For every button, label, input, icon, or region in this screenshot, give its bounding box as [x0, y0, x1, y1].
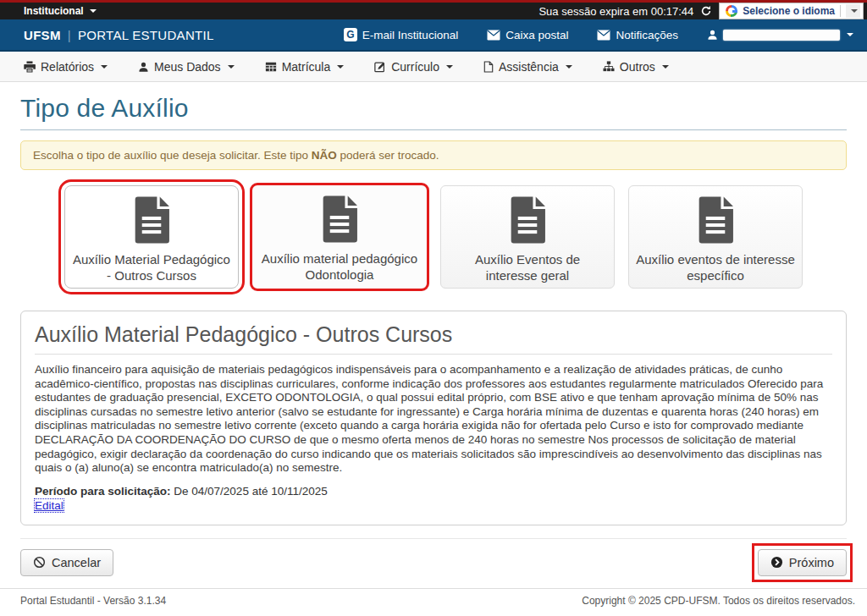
language-selector[interactable]: Selecione o idioma — [719, 3, 864, 19]
period-label: Período para solicitação: — [35, 485, 171, 498]
institutional-menu-label: Institucional — [24, 5, 84, 17]
sitemap-icon — [603, 61, 615, 72]
next-button[interactable]: Próximo — [758, 549, 847, 576]
card-auxilio-material-outros-cursos[interactable]: Auxílio Material Pedagógico - Outros Cur… — [64, 185, 239, 289]
session-expiry-text: Sua sessão expira em 00:17:44 — [538, 5, 693, 18]
brand-separator: | — [68, 28, 71, 42]
document-icon — [318, 195, 362, 244]
cancel-button[interactable]: Cancelar — [20, 549, 113, 576]
nav-relatorios-label: Relatórios — [41, 60, 94, 74]
nav-meus-dados-label: Meus Dados — [154, 60, 221, 74]
period-value: De 04/07/2025 até 10/11/2025 — [171, 485, 328, 498]
nav-assistencia-label: Assistência — [499, 60, 559, 74]
period-line: Período para solicitação: De 04/07/2025 … — [35, 485, 832, 498]
nav-meus-dados[interactable]: Meus Dados — [138, 60, 235, 74]
notifications-link[interactable]: Notificações — [597, 29, 678, 41]
main-content: Tipo de Auxílio Escolha o tipo de auxíli… — [0, 82, 867, 576]
file-icon — [483, 61, 494, 73]
google-logo-icon — [726, 5, 737, 17]
printer-icon — [24, 61, 36, 73]
page-footer: Portal Estudantil - Versão 3.1.34 Copyri… — [0, 588, 867, 616]
email-institutional-link[interactable]: G E-mail Institucional — [344, 28, 458, 41]
card-auxilio-material-odontologia[interactable]: Auxílio material pedagógico Odontologia — [252, 185, 427, 289]
divider — [840, 5, 841, 17]
document-icon — [505, 195, 549, 245]
chevron-down-icon — [90, 9, 97, 13]
table-icon — [265, 61, 277, 73]
aid-detail-title: Auxílio Material Pedagógico - Outros Cur… — [35, 322, 832, 347]
session-refresh-icon[interactable] — [700, 5, 712, 17]
mailbox-label: Caixa postal — [505, 29, 568, 41]
chevron-down-icon — [228, 65, 235, 69]
document-icon — [130, 195, 174, 245]
email-institutional-label: E-mail Institucional — [362, 29, 458, 41]
nav-matricula[interactable]: Matrícula — [265, 60, 345, 74]
red-highlight-box: Próximo — [758, 549, 847, 576]
top-utility-bar: Institucional Sua sessão expira em 00:17… — [0, 3, 867, 19]
brand: UFSM | PORTAL ESTUDANTIL — [24, 28, 214, 42]
card-label: Auxílio material pedagógico Odontologia — [252, 251, 427, 283]
red-highlight-box: Auxílio Material Pedagógico - Outros Cur… — [64, 185, 239, 289]
chevron-down-icon — [566, 65, 572, 69]
edital-link[interactable]: Edital — [35, 499, 64, 512]
page-title: Tipo de Auxílio — [20, 94, 847, 123]
red-highlight-box: Auxílio material pedagógico Odontologia — [252, 185, 427, 289]
cancel-button-label: Cancelar — [52, 556, 101, 569]
user-menu[interactable] — [707, 29, 853, 41]
alert-text-bold: NÃO — [312, 149, 337, 162]
user-name-redacted — [723, 30, 840, 41]
envelope-icon — [597, 30, 610, 41]
nav-matricula-label: Matrícula — [282, 60, 331, 74]
user-icon — [707, 29, 718, 41]
alert-warning: Escolha o tipo de auxílio que deseja sol… — [20, 140, 847, 170]
title-divider — [20, 129, 847, 130]
aid-description: Auxílio financeiro para aquisição de mat… — [35, 363, 832, 476]
notifications-label: Notificações — [616, 29, 678, 41]
nav-curriculo-label: Currículo — [391, 60, 439, 74]
edit-icon — [374, 61, 386, 73]
topbar-right: Sua sessão expira em 00:17:44 Selecione … — [538, 3, 864, 19]
chevron-down-icon — [446, 65, 453, 69]
portal-page: Institucional Sua sessão expira em 00:17… — [0, 0, 867, 616]
card-auxilio-eventos-geral[interactable]: Auxílio Eventos de interesse geral — [440, 185, 615, 289]
card-wrap: Auxílio Eventos de interesse geral — [440, 185, 615, 289]
alert-text-post: poderá ser trocado. — [337, 149, 439, 162]
session-expiry-label: Sua sessão expira em — [538, 5, 648, 18]
chevron-down-icon — [847, 33, 853, 36]
card-label: Auxílio eventos de interesse específico — [629, 252, 802, 284]
detail-divider — [35, 354, 832, 355]
aid-detail-panel: Auxílio Material Pedagógico - Outros Cur… — [20, 311, 847, 525]
nav-relatorios[interactable]: Relatórios — [24, 60, 108, 74]
next-button-label: Próximo — [789, 556, 834, 569]
brand-portal-name: PORTAL ESTUDANTIL — [78, 28, 214, 42]
ban-icon — [33, 556, 46, 569]
nav-outros[interactable]: Outros — [603, 60, 669, 74]
mailbox-link[interactable]: Caixa postal — [487, 29, 568, 41]
brand-ufsm: UFSM — [24, 28, 61, 42]
language-caret-box — [846, 4, 860, 18]
aid-type-cards: Auxílio Material Pedagógico - Outros Cur… — [20, 185, 847, 289]
card-label: Auxílio Eventos de interesse geral — [441, 252, 614, 284]
arrow-circle-right-icon — [770, 556, 783, 569]
alert-text-pre: Escolha o tipo de auxílio que deseja sol… — [33, 149, 312, 162]
language-selector-label: Selecione o idioma — [743, 5, 835, 17]
footer-copyright-text: Copyright © 2025 CPD-UFSM. Todos os dire… — [582, 595, 855, 607]
chevron-down-icon — [101, 65, 108, 69]
nav-outros-label: Outros — [620, 60, 655, 74]
nav-curriculo[interactable]: Currículo — [374, 60, 453, 74]
user-icon — [138, 61, 149, 73]
chevron-down-icon — [337, 65, 344, 69]
nav-assistencia[interactable]: Assistência — [483, 60, 572, 74]
institutional-menu[interactable]: Institucional — [24, 5, 97, 17]
header-links: G E-mail Institucional Caixa postal — [344, 28, 853, 41]
chevron-down-icon — [662, 65, 669, 69]
card-wrap: Auxílio eventos de interesse específico — [628, 185, 803, 289]
card-auxilio-eventos-especifico[interactable]: Auxílio eventos de interesse específico — [628, 185, 803, 289]
envelope-icon — [487, 30, 500, 41]
chevron-down-icon — [851, 9, 858, 13]
document-icon — [693, 195, 737, 245]
main-header: UFSM | PORTAL ESTUDANTIL G E-mail Instit… — [0, 19, 867, 52]
actions-bar: Cancelar Próximo — [20, 538, 847, 576]
footer-version-text: Portal Estudantil - Versão 3.1.34 — [20, 595, 166, 607]
main-nav: Relatórios Meus Dados Matrícula — [0, 52, 867, 82]
